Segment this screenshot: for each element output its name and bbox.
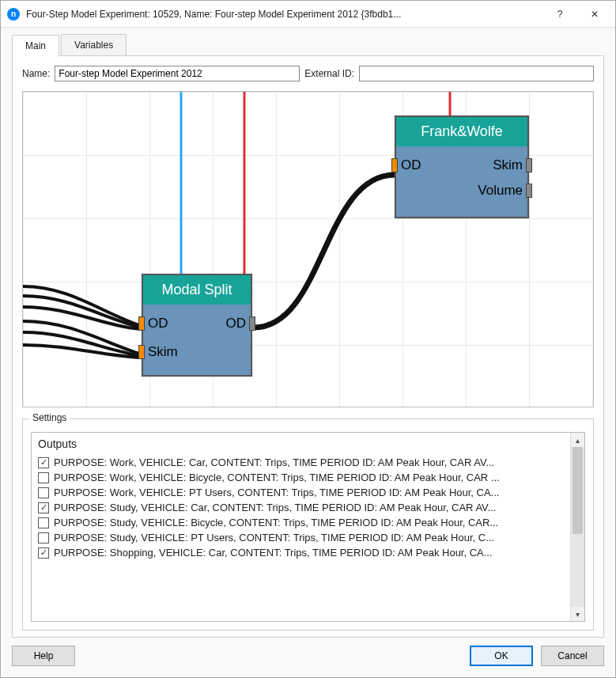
- output-row-text: PURPOSE: Work, VEHICLE: Car, CONTENT: Tr…: [54, 456, 494, 468]
- diagram-canvas[interactable]: Modal Split OD OD Skim Frank&: [22, 91, 594, 407]
- help-icon[interactable]: ?: [542, 2, 577, 26]
- output-row[interactable]: PURPOSE: Work, VEHICLE: PT Users, CONTEN…: [38, 485, 564, 500]
- outputs-header: Outputs: [38, 437, 564, 450]
- settings-group: Settings Outputs PURPOSE: Work, VEHICLE:…: [22, 419, 594, 631]
- cancel-button[interactable]: Cancel: [541, 646, 604, 666]
- content-area: Main Variables Name: External ID:: [1, 28, 615, 638]
- external-id-label: External ID:: [304, 68, 354, 79]
- tab-bar: Main Variables: [12, 34, 604, 56]
- output-row[interactable]: PURPOSE: Work, VEHICLE: Bicycle, CONTENT…: [38, 470, 564, 485]
- port-modal-split-in-od[interactable]: OD: [138, 316, 168, 331]
- tab-variables[interactable]: Variables: [61, 34, 127, 55]
- dialog-footer: Help OK Cancel: [1, 638, 615, 677]
- node-modal-split[interactable]: Modal Split OD OD Skim: [142, 274, 252, 377]
- output-checkbox[interactable]: [38, 547, 49, 559]
- external-id-input[interactable]: [359, 66, 594, 81]
- output-checkbox[interactable]: [38, 472, 49, 483]
- output-checkbox[interactable]: [38, 502, 49, 513]
- outputs-panel: Outputs PURPOSE: Work, VEHICLE: Car, CON…: [31, 432, 585, 622]
- node-frank-wolfe-body: OD Skim Volume: [396, 146, 527, 217]
- outputs-list: Outputs PURPOSE: Work, VEHICLE: Car, CON…: [32, 433, 570, 621]
- port-label: OD: [148, 316, 168, 331]
- node-frank-wolfe[interactable]: Frank&Wolfe OD Skim Volume: [395, 116, 529, 218]
- form-row-name-extid: Name: External ID:: [22, 66, 594, 81]
- dialog-window: n Four-Step Model Experiment: 10529, Nam…: [0, 0, 616, 678]
- output-checkbox[interactable]: [38, 487, 49, 498]
- window-title: Four-Step Model Experiment: 10529, Name:…: [26, 9, 542, 20]
- port-frank-wolfe-out-skim[interactable]: Skim: [493, 157, 532, 173]
- name-label: Name:: [22, 68, 50, 79]
- outputs-scrollbar[interactable]: ▴ ▾: [570, 433, 584, 621]
- port-frank-wolfe-out-volume[interactable]: Volume: [478, 183, 532, 199]
- scroll-track[interactable]: [571, 447, 584, 607]
- port-label: Skim: [493, 157, 523, 173]
- tab-body-main: Name: External ID:: [12, 56, 604, 638]
- output-row-text: PURPOSE: Work, VEHICLE: Bicycle, CONTENT…: [54, 472, 500, 483]
- output-row[interactable]: PURPOSE: Study, VEHICLE: PT Users, CONTE…: [38, 530, 564, 545]
- output-checkbox[interactable]: [38, 532, 49, 544]
- settings-legend: Settings: [29, 412, 70, 423]
- app-icon: n: [7, 8, 20, 21]
- tab-main[interactable]: Main: [12, 35, 59, 56]
- scroll-thumb[interactable]: [573, 447, 583, 534]
- port-label: OD: [401, 157, 421, 173]
- help-button[interactable]: Help: [12, 646, 75, 666]
- port-label: Volume: [478, 183, 523, 199]
- output-row-text: PURPOSE: Study, VEHICLE: Bicycle, CONTEN…: [54, 517, 498, 528]
- output-row-text: PURPOSE: Shopping, VEHICLE: Car, CONTENT…: [54, 547, 493, 559]
- output-checkbox[interactable]: [38, 457, 49, 468]
- scroll-up-icon[interactable]: ▴: [571, 433, 584, 447]
- port-label: OD: [226, 316, 247, 331]
- output-row-text: PURPOSE: Study, VEHICLE: PT Users, CONTE…: [54, 532, 494, 544]
- port-modal-split-out-od[interactable]: OD: [226, 316, 256, 331]
- name-input[interactable]: [55, 66, 300, 81]
- ok-button[interactable]: OK: [470, 646, 533, 666]
- port-frank-wolfe-in-od[interactable]: OD: [391, 157, 421, 173]
- output-checkbox[interactable]: [38, 517, 49, 528]
- output-row[interactable]: PURPOSE: Work, VEHICLE: Car, CONTENT: Tr…: [38, 455, 564, 470]
- output-row[interactable]: PURPOSE: Study, VEHICLE: Bicycle, CONTEN…: [38, 515, 564, 530]
- scroll-down-icon[interactable]: ▾: [571, 607, 584, 621]
- node-modal-split-title: Modal Split: [143, 275, 251, 305]
- node-modal-split-body: OD OD Skim: [143, 305, 251, 375]
- close-icon[interactable]: ✕: [577, 2, 612, 26]
- output-row[interactable]: PURPOSE: Shopping, VEHICLE: Car, CONTENT…: [38, 545, 564, 560]
- node-frank-wolfe-title: Frank&Wolfe: [396, 117, 527, 146]
- port-modal-split-in-skim[interactable]: Skim: [138, 344, 178, 360]
- port-label: Skim: [148, 344, 178, 360]
- output-row[interactable]: PURPOSE: Study, VEHICLE: Car, CONTENT: T…: [38, 500, 564, 515]
- output-row-text: PURPOSE: Study, VEHICLE: Car, CONTENT: T…: [54, 502, 496, 513]
- titlebar: n Four-Step Model Experiment: 10529, Nam…: [1, 1, 615, 28]
- output-row-text: PURPOSE: Work, VEHICLE: PT Users, CONTEN…: [54, 487, 499, 498]
